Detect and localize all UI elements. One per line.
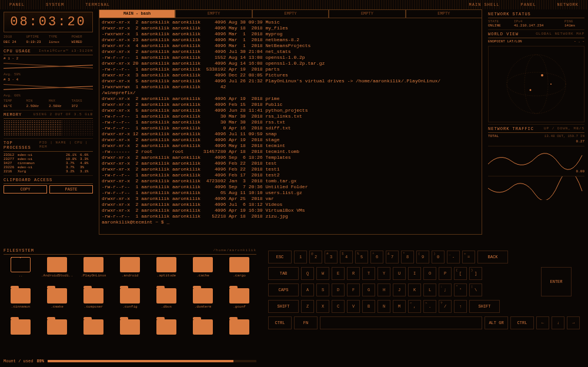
svg-point-3 (541, 74, 543, 76)
key-i[interactable]: I (408, 267, 421, 280)
key-/[interactable]: ?/ (439, 300, 452, 313)
key-ctrl[interactable]: CTRL (510, 316, 534, 329)
key-t[interactable]: T (362, 267, 375, 280)
key-k[interactable]: K (408, 283, 421, 296)
key-3[interactable]: #3 (325, 251, 338, 263)
key-z[interactable]: Z (301, 300, 314, 313)
key-tab[interactable]: TAB (268, 267, 299, 280)
folder-icon (83, 319, 103, 335)
filesystem-panel: FILESYSTEM/home/aaronkilik ...AndroidStu… (0, 245, 260, 367)
key-←[interactable]: ← (536, 316, 549, 329)
key-esc[interactable]: ESC (268, 251, 292, 263)
key-6[interactable]: ^6 (370, 251, 383, 263)
key-enter[interactable]: ENTER (541, 267, 572, 296)
folder-item[interactable]: .. (4, 257, 38, 286)
key-x[interactable]: X (316, 300, 329, 313)
key-v[interactable]: V (347, 300, 360, 313)
key-,[interactable]: <, (408, 300, 421, 313)
key-u[interactable]: U (393, 267, 406, 280)
terminal-output[interactable]: drwxr-xr-x 2 aaronkilik aaronkilik 4096 … (99, 18, 482, 235)
folder-icon (229, 257, 249, 272)
key-p[interactable]: P (439, 267, 452, 280)
key-s[interactable]: S (316, 283, 329, 296)
key-\[interactable]: |\ (469, 283, 482, 296)
top-label: TERMINAL (81, 2, 115, 7)
paste-button[interactable]: PASTE (49, 185, 93, 193)
folder-item[interactable]: .android (113, 257, 147, 286)
folder-item[interactable] (4, 319, 38, 344)
key-space[interactable] (320, 316, 482, 329)
key-ctrl[interactable]: CTRL (268, 316, 292, 329)
key-2[interactable]: @2 (309, 251, 322, 263)
key-q[interactable]: Q (301, 267, 314, 280)
folder-item[interactable] (186, 319, 220, 344)
clock: 08:03:20 (4, 12, 93, 32)
key-w[interactable]: W (316, 267, 329, 280)
key-back[interactable]: BACK (477, 251, 508, 263)
key-8[interactable]: *8 (401, 251, 414, 263)
folder-item[interactable]: .config (113, 288, 147, 317)
folder-icon (83, 288, 103, 303)
key-caps[interactable]: CAPS (268, 283, 299, 296)
key--[interactable]: _- (447, 251, 460, 263)
folder-item[interactable]: .cargo (222, 257, 256, 286)
copy-button[interactable]: COPY (4, 185, 47, 193)
key-alt gr[interactable]: ALT GR (485, 316, 508, 329)
key-l[interactable]: L (423, 283, 436, 296)
key-h[interactable]: H (377, 283, 390, 296)
folder-item[interactable] (113, 319, 147, 344)
key-'[interactable]: "' (454, 283, 467, 296)
key-5[interactable]: %5 (355, 251, 368, 263)
folder-item[interactable] (149, 319, 183, 344)
folder-item[interactable]: .cinnamon (4, 288, 38, 317)
key-shift[interactable]: SHIFT (268, 300, 299, 313)
key-a[interactable]: A (301, 283, 314, 296)
key-r[interactable]: R (347, 267, 360, 280)
key-→[interactable]: → (567, 316, 580, 329)
terminal-tab[interactable]: EMPTY (406, 9, 482, 18)
folder-item[interactable]: .cmake (40, 288, 74, 317)
key-n[interactable]: N (377, 300, 390, 313)
key-f[interactable]: F (347, 283, 360, 296)
key-0[interactable]: )0 (432, 251, 445, 263)
folder-item[interactable]: .PlayOnLinux (76, 257, 111, 286)
folder-item[interactable]: .aptitude (149, 257, 183, 286)
svg-point-5 (550, 84, 552, 85)
terminal-tab[interactable]: EMPTY (329, 9, 405, 18)
key-j[interactable]: J (393, 283, 406, 296)
folder-item[interactable] (76, 319, 111, 344)
key-↑[interactable]: ↑ (454, 300, 467, 313)
folder-item[interactable] (222, 319, 256, 344)
key-fn[interactable]: FN (294, 316, 318, 329)
folder-item[interactable]: .composer (76, 288, 111, 317)
folder-item[interactable]: .domterm (186, 288, 220, 317)
folder-item[interactable] (40, 319, 74, 344)
folder-item[interactable]: .gconf (222, 288, 256, 317)
key-c[interactable]: C (332, 300, 345, 313)
key-.[interactable]: >. (423, 300, 436, 313)
key-e[interactable]: E (332, 267, 345, 280)
key-g[interactable]: G (362, 283, 375, 296)
key-m[interactable]: M (393, 300, 406, 313)
key-1[interactable]: `1 (294, 251, 307, 263)
folder-item[interactable]: .AndroidStudi.. (40, 257, 74, 286)
key-↓[interactable]: ↓ (552, 316, 564, 329)
key-;[interactable]: :; (439, 283, 452, 296)
key-][interactable]: }] (469, 267, 482, 280)
process-table: 23312edex-ui26.1%6.6%23277edex-ui10.8%3.… (4, 153, 93, 174)
terminal-tab[interactable]: EMPTY (252, 9, 329, 18)
key-[[interactable]: {[ (454, 267, 467, 280)
key-9[interactable]: (9 (416, 251, 429, 263)
folder-item[interactable]: .dbus (149, 288, 183, 317)
key-7[interactable]: &7 (386, 251, 399, 263)
terminal-tab[interactable]: MAIN - bash (99, 9, 175, 18)
key-o[interactable]: O (423, 267, 436, 280)
key-y[interactable]: Y (377, 267, 390, 280)
key-shift[interactable]: SHIFT (469, 300, 500, 313)
key-=[interactable]: += (462, 251, 475, 263)
folder-item[interactable]: .cache (186, 257, 220, 286)
key-4[interactable]: $4 (340, 251, 353, 263)
key-b[interactable]: B (362, 300, 375, 313)
terminal-tab[interactable]: EMPTY (175, 9, 252, 18)
key-d[interactable]: D (332, 283, 345, 296)
